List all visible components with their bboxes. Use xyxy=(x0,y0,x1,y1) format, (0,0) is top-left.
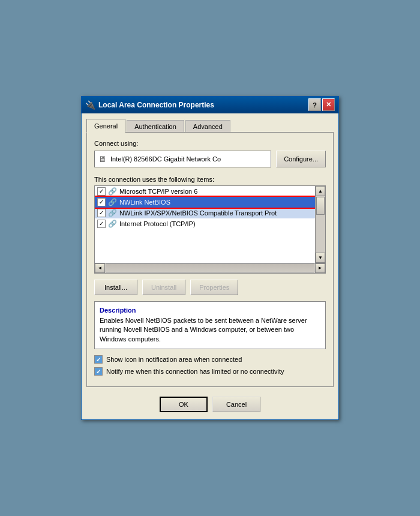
description-text: Enables Novell NetBIOS packets to be sen… xyxy=(100,316,320,344)
cancel-button[interactable]: Cancel xyxy=(212,397,260,412)
notify-me-label: Notify me when this connection has limit… xyxy=(106,368,284,375)
tab-authentication[interactable]: Authentication xyxy=(127,120,184,133)
nic-icon: 🖥 xyxy=(98,154,107,164)
scroll-down-button[interactable]: ▼ xyxy=(316,253,325,263)
tab-general[interactable]: General xyxy=(86,119,125,133)
show-icon-checkbox[interactable] xyxy=(94,355,103,364)
window-icon: 🔌 xyxy=(85,100,95,110)
item-label-1: Microsoft TCP/IP version 6 xyxy=(119,188,197,195)
tab-content-general: Connect using: 🖥 Intel(R) 82566DC Gigabi… xyxy=(86,132,334,387)
list-item-highlighted[interactable]: 🔗 NWLink IPX/SPX/NetBIOS Compatible Tran… xyxy=(95,208,315,218)
scroll-left-button[interactable]: ◄ xyxy=(95,263,105,273)
notify-me-checkbox[interactable] xyxy=(94,367,103,376)
install-button[interactable]: Install... xyxy=(94,280,137,295)
nic-box: 🖥 Intel(R) 82566DC Gigabit Network Co xyxy=(94,151,271,167)
list-item-selected[interactable]: 🔗 NWLink NetBIOS xyxy=(95,197,315,208)
notify-me-row[interactable]: Notify me when this connection has limit… xyxy=(94,367,326,376)
tabs: General Authentication Advanced xyxy=(86,118,334,132)
item-label-3: NWLink IPX/SPX/NetBIOS Compatible Transp… xyxy=(119,209,277,217)
horizontal-scrollbar: ◄ ► xyxy=(94,263,326,274)
scroll-track xyxy=(316,196,325,253)
configure-button[interactable]: Configure... xyxy=(276,151,326,167)
item-check-1[interactable] xyxy=(97,187,106,196)
description-box: Description Enables Novell NetBIOS packe… xyxy=(94,301,326,349)
window-title: Local Area Connection Properties xyxy=(98,101,214,109)
uninstall-button[interactable]: Uninstall xyxy=(142,280,185,295)
bottom-buttons: OK Cancel xyxy=(82,392,338,419)
item-check-4[interactable] xyxy=(97,220,106,228)
scroll-up-button[interactable]: ▲ xyxy=(316,186,325,196)
item-icon-2: 🔗 xyxy=(108,198,117,206)
show-icon-row[interactable]: Show icon in notification area when conn… xyxy=(94,355,326,364)
connect-using-row: 🖥 Intel(R) 82566DC Gigabit Network Co Co… xyxy=(94,151,326,167)
items-list-container: 🔗 Microsoft TCP/IP version 6 🔗 NWLink Ne… xyxy=(94,185,326,263)
properties-button[interactable]: Properties xyxy=(190,280,238,295)
item-icon-4: 🔗 xyxy=(108,220,117,228)
nic-name: Intel(R) 82566DC Gigabit Network Co xyxy=(110,155,221,163)
list-item[interactable]: 🔗 Internet Protocol (TCP/IP) xyxy=(95,218,315,229)
action-buttons: Install... Uninstall Properties xyxy=(94,280,326,295)
items-list: 🔗 Microsoft TCP/IP version 6 🔗 NWLink Ne… xyxy=(95,186,315,263)
item-label-2: NWLink NetBIOS xyxy=(119,199,170,206)
scroll-right-button[interactable]: ► xyxy=(315,263,325,273)
vertical-scrollbar: ▲ ▼ xyxy=(315,186,325,263)
title-bar-left: 🔌 Local Area Connection Properties xyxy=(85,100,214,110)
item-icon-3: 🔗 xyxy=(108,209,117,217)
title-bar: 🔌 Local Area Connection Properties ? ✕ xyxy=(82,97,338,113)
close-button[interactable]: ✕ xyxy=(322,98,335,111)
items-section-label: This connection uses the following items… xyxy=(94,176,326,183)
help-button[interactable]: ? xyxy=(308,98,321,111)
hscroll-track[interactable] xyxy=(106,263,314,273)
scroll-thumb[interactable] xyxy=(316,197,325,215)
item-label-4: Internet Protocol (TCP/IP) xyxy=(119,220,196,227)
ok-button[interactable]: OK xyxy=(160,397,208,412)
item-icon-1: 🔗 xyxy=(108,187,117,196)
show-icon-label: Show icon in notification area when conn… xyxy=(106,356,242,363)
description-title: Description xyxy=(100,307,320,314)
item-check-2[interactable] xyxy=(97,198,106,206)
title-bar-buttons: ? ✕ xyxy=(308,98,335,111)
tab-advanced[interactable]: Advanced xyxy=(185,120,230,133)
properties-window: 🔌 Local Area Connection Properties ? ✕ G… xyxy=(81,96,339,420)
connect-using-label: Connect using: xyxy=(94,140,326,147)
list-item[interactable]: 🔗 Microsoft TCP/IP version 6 xyxy=(95,186,315,197)
item-check-3[interactable] xyxy=(97,209,106,217)
window-body: General Authentication Advanced Connect … xyxy=(82,113,338,392)
